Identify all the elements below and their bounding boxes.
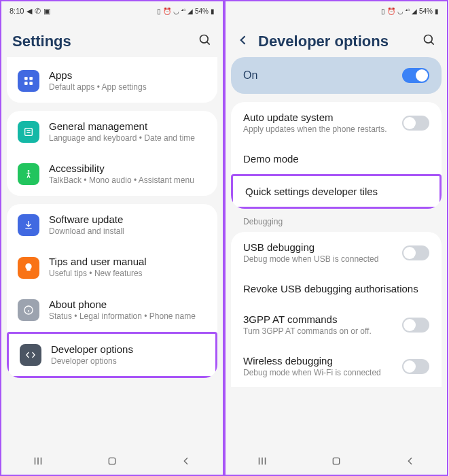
svg-point-9 (28, 170, 30, 172)
section-debugging: Debugging (231, 217, 442, 232)
signal-icon: ◢ (412, 7, 417, 15)
about-icon (18, 299, 39, 321)
tips-title: Tips and user manual (49, 256, 206, 267)
recents-button[interactable] (30, 453, 46, 469)
tips-icon (18, 257, 39, 279)
general-title: General management (49, 120, 206, 132)
usb-sub: Debug mode when USB is connected (243, 254, 378, 264)
settings-content: Apps Default apps • App settings General… (1, 57, 223, 447)
developer-content: On Auto update system Apply updates when… (226, 57, 447, 447)
about-sub: Status • Legal information • Phone name (49, 311, 206, 322)
svg-line-18 (431, 42, 434, 45)
nav-bar (226, 447, 447, 475)
battery-icon: ▮ (435, 7, 439, 15)
recents-button[interactable] (254, 453, 270, 469)
developer-title: Developer options (51, 343, 204, 355)
item-demo-mode[interactable]: Demo mode (231, 143, 442, 174)
item-auto-update[interactable]: Auto update system Apply updates when th… (231, 102, 442, 143)
back-button[interactable] (402, 453, 418, 469)
status-time: 8:10 (10, 7, 24, 15)
settings-item-apps[interactable]: Apps Default apps • App settings (7, 60, 217, 103)
apps-title: Apps (49, 69, 206, 81)
developer-sub: Developer options (51, 356, 204, 367)
software-icon (18, 214, 39, 236)
volte-icon: ⁴ᴳ (181, 8, 185, 14)
nfc-icon: ▯ (381, 7, 385, 15)
item-revoke[interactable]: Revoke USB debugging authorisations (231, 273, 442, 304)
svg-rect-4 (24, 82, 28, 86)
demo-title: Demo mode (243, 153, 429, 165)
developer-header: Developer options (226, 20, 447, 57)
page-title: Developer options (258, 33, 389, 50)
back-icon[interactable] (236, 33, 250, 50)
developer-icon (20, 344, 41, 366)
item-wireless-debugging[interactable]: Wireless debugging Debug mode when Wi-Fi… (231, 345, 442, 387)
accessibility-icon (18, 163, 39, 185)
settings-item-accessibility[interactable]: Accessibility TalkBack • Mono audio • As… (7, 153, 217, 196)
search-icon[interactable] (423, 33, 436, 50)
master-toggle-card: On (231, 57, 442, 94)
page-title: Settings (12, 33, 71, 50)
usb-toggle[interactable] (402, 245, 429, 260)
left-phone: 8:10 ◀ ✆ ▣ ▯ ⏰ ◡ ⁴ᴳ ◢ 54% ▮ Settings App… (0, 0, 224, 476)
software-sub: Download and install (49, 226, 206, 237)
right-phone: ▯ ⏰ ◡ ⁴ᴳ ◢ 54% ▮ Developer options On (224, 0, 448, 476)
usb-title: USB debugging (243, 241, 378, 253)
settings-header: Settings (1, 20, 223, 57)
general-icon (18, 121, 39, 143)
item-3gpp[interactable]: 3GPP AT commands Turn 3GPP AT commands o… (231, 304, 442, 345)
wifi-icon: ◡ (173, 7, 179, 15)
battery-icon: ▮ (211, 7, 215, 15)
svg-point-17 (425, 35, 433, 44)
auto-update-title: Auto update system (243, 112, 387, 123)
settings-item-general[interactable]: General management Language and keyboard… (7, 111, 217, 154)
wifi-icon: ◡ (397, 7, 403, 15)
svg-point-0 (200, 35, 209, 44)
image-icon: ▣ (43, 7, 50, 16)
settings-item-developer[interactable]: Developer options Developer options (7, 332, 217, 379)
on-label: On (243, 69, 257, 82)
wireless-title: Wireless debugging (243, 355, 381, 367)
back-button[interactable] (178, 453, 194, 469)
settings-item-about[interactable]: About phone Status • Legal information •… (7, 289, 217, 332)
settings-item-tips[interactable]: Tips and user manual Useful tips • New f… (7, 246, 217, 289)
gpp-sub: Turn 3GPP AT commands on or off. (243, 326, 372, 336)
general-sub: Language and keyboard • Date and time (49, 133, 206, 144)
master-toggle[interactable] (402, 68, 429, 83)
nav-bar (1, 447, 223, 475)
nfc-icon: ▯ (157, 7, 161, 15)
search-icon[interactable] (198, 33, 212, 50)
apps-sub: Default apps • App settings (49, 82, 206, 93)
svg-line-1 (207, 42, 210, 45)
home-button[interactable] (328, 453, 344, 469)
status-bar: ▯ ⏰ ◡ ⁴ᴳ ◢ 54% ▮ (226, 1, 447, 20)
auto-update-sub: Apply updates when the phone restarts. (243, 124, 387, 134)
signal-icon: ◢ (187, 7, 193, 15)
revoke-title: Revoke USB debugging authorisations (243, 283, 429, 294)
svg-rect-16 (109, 458, 115, 464)
tips-sub: Useful tips • New features (49, 269, 206, 279)
accessibility-sub: TalkBack • Mono audio • Assistant menu (49, 175, 206, 186)
about-title: About phone (49, 299, 206, 310)
item-usb-debugging[interactable]: USB debugging Debug mode when USB is con… (231, 232, 442, 273)
volte-icon: ⁴ᴳ (406, 8, 410, 14)
gpp-title: 3GPP AT commands (243, 313, 372, 325)
svg-rect-2 (24, 77, 28, 80)
battery-percent: 54% (419, 7, 433, 15)
alarm-icon: ⏰ (163, 7, 171, 15)
software-title: Software update (49, 214, 206, 225)
quick-title: Quick settings developer tiles (245, 186, 427, 197)
svg-rect-5 (29, 82, 33, 86)
settings-item-software[interactable]: Software update Download and install (7, 204, 217, 247)
wireless-toggle[interactable] (402, 359, 429, 374)
svg-rect-22 (333, 458, 339, 464)
wireless-sub: Debug mode when Wi-Fi is connected (243, 368, 381, 377)
auto-update-toggle[interactable] (402, 116, 429, 131)
telegram-icon: ◀ (26, 7, 32, 16)
battery-percent: 54% (195, 7, 209, 15)
item-quick-settings[interactable]: Quick settings developer tiles (231, 174, 442, 209)
svg-rect-3 (29, 77, 33, 80)
home-button[interactable] (104, 453, 120, 469)
gpp-toggle[interactable] (402, 318, 429, 333)
status-bar: 8:10 ◀ ✆ ▣ ▯ ⏰ ◡ ⁴ᴳ ◢ 54% ▮ (1, 1, 223, 20)
